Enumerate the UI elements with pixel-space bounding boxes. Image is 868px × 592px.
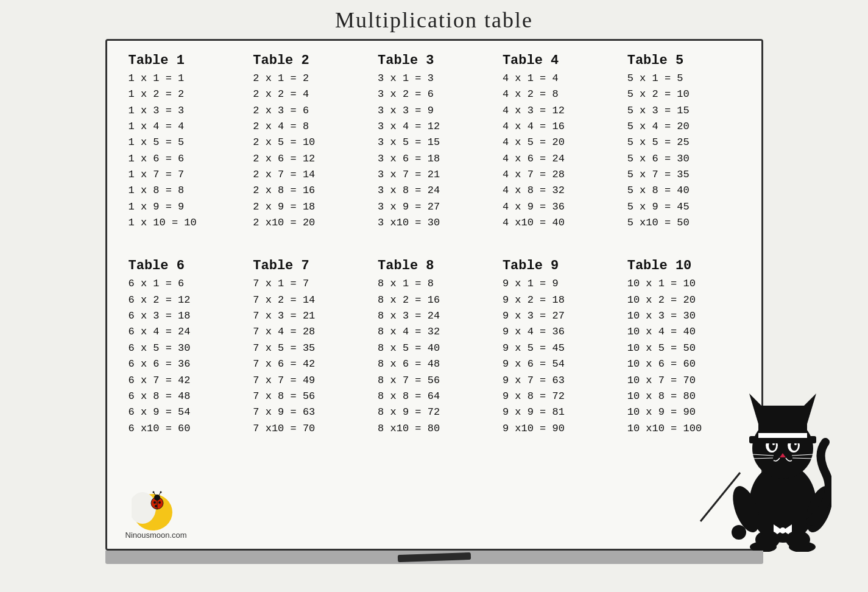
table-row-1-4: 1 x 4 = 4 xyxy=(129,119,241,135)
blackboard-wrapper: Table 11 x 1 = 11 x 2 = 21 x 3 = 31 x 4 … xyxy=(93,39,775,569)
table-section-1: Table 11 x 1 = 11 x 2 = 21 x 3 = 31 x 4 … xyxy=(125,53,244,231)
svg-point-6 xyxy=(158,501,161,504)
table-row-4-5: 4 x 5 = 20 xyxy=(503,135,615,150)
table-row-7-9: 7 x 9 = 63 xyxy=(253,404,365,420)
table-row-8-5: 8 x 5 = 40 xyxy=(378,340,490,356)
table-row-1-7: 1 x 7 = 7 xyxy=(129,167,241,183)
table-row-7-5: 7 x 5 = 35 xyxy=(253,340,365,356)
svg-point-5 xyxy=(153,501,156,504)
table-row-4-9: 4 x 9 = 36 xyxy=(503,199,615,215)
table-row-5-4: 5 x 4 = 20 xyxy=(627,119,740,135)
table-row-9-4: 9 x 4 = 36 xyxy=(503,324,615,340)
table-row-9-5: 9 x 5 = 45 xyxy=(503,340,615,356)
table-row-8-1: 8 x 1 = 8 xyxy=(378,276,490,292)
table-row-6-4: 6 x 4 = 24 xyxy=(129,324,241,340)
svg-point-12 xyxy=(160,492,162,493)
table-row-3-9: 3 x 9 = 27 xyxy=(378,199,490,215)
table-row-4-8: 4 x 8 = 32 xyxy=(503,183,615,199)
table-row-7-4: 7 x 4 = 28 xyxy=(253,324,365,340)
table-row-10-2: 10 x 2 = 20 xyxy=(627,292,740,308)
top-tables-section: Table 11 x 1 = 11 x 2 = 21 x 3 = 31 x 4 … xyxy=(125,53,743,231)
table-row-7-1: 7 x 1 = 7 xyxy=(253,276,365,292)
table-section-5: Table 55 x 1 = 55 x 2 = 105 x 3 = 155 x … xyxy=(624,53,743,231)
table-row-2-8: 2 x 8 = 16 xyxy=(253,183,365,199)
table-row-1-1: 1 x 1 = 1 xyxy=(129,71,241,86)
table-row-7-6: 7 x 6 = 42 xyxy=(253,356,365,372)
table-row-7-10: 7 x10 = 70 xyxy=(253,421,365,437)
table-row-2-4: 2 x 4 = 8 xyxy=(253,119,365,135)
table-row-8-4: 8 x 4 = 32 xyxy=(378,324,490,340)
table-row-7-7: 7 x 7 = 49 xyxy=(253,373,365,389)
table-row-9-2: 9 x 2 = 18 xyxy=(503,292,615,308)
moon-logo-icon xyxy=(132,485,180,530)
table-section-6: Table 66 x 1 = 66 x 2 = 126 x 3 = 186 x … xyxy=(125,258,244,436)
table-header-1: Table 1 xyxy=(129,53,241,68)
table-row-2-2: 2 x 2 = 4 xyxy=(253,86,365,102)
table-section-7: Table 77 x 1 = 77 x 2 = 147 x 3 = 217 x … xyxy=(250,258,369,436)
logo-text: Ninousmoon.com xyxy=(125,530,187,540)
table-row-1-2: 1 x 2 = 2 xyxy=(129,86,241,102)
svg-point-36 xyxy=(780,527,786,534)
table-row-6-3: 6 x 3 = 18 xyxy=(129,308,241,324)
table-row-8-10: 8 x10 = 80 xyxy=(378,421,490,437)
cat-illustration-icon xyxy=(697,375,831,552)
chalk-tray xyxy=(105,551,763,564)
table-row-3-7: 3 x 7 = 21 xyxy=(378,167,490,183)
section-divider xyxy=(125,243,743,258)
table-row-3-1: 3 x 1 = 3 xyxy=(378,71,490,86)
table-header-7: Table 7 xyxy=(253,258,365,273)
table-row-8-3: 8 x 3 = 24 xyxy=(378,308,490,324)
blackboard: Table 11 x 1 = 11 x 2 = 21 x 3 = 31 x 4 … xyxy=(105,39,763,551)
table-row-9-8: 9 x 8 = 72 xyxy=(503,389,615,404)
chalk-icon xyxy=(397,552,470,562)
table-row-5-2: 5 x 2 = 10 xyxy=(627,86,740,102)
table-row-5-7: 5 x 7 = 35 xyxy=(627,167,740,183)
table-row-1-10: 1 x 10 = 10 xyxy=(129,215,241,231)
table-row-8-9: 8 x 9 = 72 xyxy=(378,404,490,420)
table-row-9-6: 9 x 6 = 54 xyxy=(503,356,615,372)
table-row-4-2: 4 x 2 = 8 xyxy=(503,86,615,102)
table-header-2: Table 2 xyxy=(253,53,365,68)
table-row-6-7: 6 x 7 = 42 xyxy=(129,373,241,389)
table-row-9-9: 9 x 9 = 81 xyxy=(503,404,615,420)
table-row-6-1: 6 x 1 = 6 xyxy=(129,276,241,292)
table-row-4-7: 4 x 7 = 28 xyxy=(503,167,615,183)
table-section-4: Table 44 x 1 = 44 x 2 = 84 x 3 = 124 x 4… xyxy=(499,53,618,231)
table-header-5: Table 5 xyxy=(627,53,740,68)
table-row-6-9: 6 x 9 = 54 xyxy=(129,404,241,420)
table-row-1-3: 1 x 3 = 3 xyxy=(129,103,241,119)
logo-area: Ninousmoon.com xyxy=(125,485,187,540)
bottom-tables-section: Table 66 x 1 = 66 x 2 = 126 x 3 = 186 x … xyxy=(125,258,743,436)
table-row-10-1: 10 x 1 = 10 xyxy=(627,276,740,292)
table-row-5-10: 5 x10 = 50 xyxy=(627,215,740,231)
table-row-8-8: 8 x 8 = 64 xyxy=(378,389,490,404)
table-row-3-10: 3 x10 = 30 xyxy=(378,215,490,231)
table-header-4: Table 4 xyxy=(503,53,615,68)
table-section-9: Table 99 x 1 = 99 x 2 = 189 x 3 = 279 x … xyxy=(499,258,618,436)
table-row-2-1: 2 x 1 = 2 xyxy=(253,71,365,86)
table-section-3: Table 33 x 1 = 33 x 2 = 63 x 3 = 93 x 4 … xyxy=(375,53,493,231)
table-row-4-4: 4 x 4 = 16 xyxy=(503,119,615,135)
table-row-7-2: 7 x 2 = 14 xyxy=(253,292,365,308)
table-section-8: Table 88 x 1 = 88 x 2 = 168 x 3 = 248 x … xyxy=(375,258,493,436)
table-row-3-5: 3 x 5 = 15 xyxy=(378,135,490,150)
table-row-10-5: 10 x 5 = 50 xyxy=(627,340,740,356)
table-row-1-8: 1 x 8 = 8 xyxy=(129,183,241,199)
table-row-9-7: 9 x 7 = 63 xyxy=(503,373,615,389)
table-row-1-5: 1 x 5 = 5 xyxy=(129,135,241,150)
table-row-6-8: 6 x 8 = 48 xyxy=(129,389,241,404)
table-row-5-3: 5 x 3 = 15 xyxy=(627,103,740,119)
table-row-4-1: 4 x 1 = 4 xyxy=(503,71,615,86)
table-row-2-10: 2 x10 = 20 xyxy=(253,215,365,231)
svg-rect-33 xyxy=(758,433,807,438)
table-row-3-8: 3 x 8 = 24 xyxy=(378,183,490,199)
table-row-4-6: 4 x 6 = 24 xyxy=(503,151,615,167)
table-row-2-5: 2 x 5 = 10 xyxy=(253,135,365,150)
table-row-5-8: 5 x 8 = 40 xyxy=(627,183,740,199)
table-row-8-6: 8 x 6 = 48 xyxy=(378,356,490,372)
table-row-5-1: 5 x 1 = 5 xyxy=(627,71,740,86)
table-row-5-6: 5 x 6 = 30 xyxy=(627,151,740,167)
table-row-2-7: 2 x 7 = 14 xyxy=(253,167,365,183)
table-row-4-3: 4 x 3 = 12 xyxy=(503,103,615,119)
svg-point-39 xyxy=(732,525,746,540)
